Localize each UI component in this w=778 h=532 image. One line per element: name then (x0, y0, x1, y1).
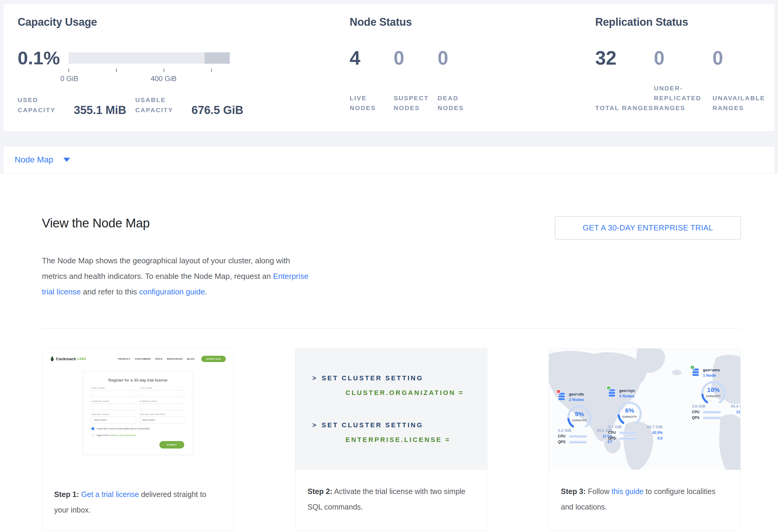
node-map-region-marker: ✓ geo=nyc 2 Nodes 6% CAPACITY 3.7 GiB 65… (608, 388, 665, 441)
region-qps-label: QPS (558, 440, 568, 444)
step3-card: 1 geo=sfo 2 Nodes 9% CAPACITY 3.2 GiB 35… (549, 348, 741, 531)
total-ranges-value: 32 (595, 47, 654, 69)
mini-input (140, 403, 184, 410)
region-status-badge: ✓ (690, 365, 695, 370)
usable-capacity-value: 676.5 GiB (191, 104, 243, 116)
node-map-view-dropdown[interactable]: Node Map (15, 155, 53, 165)
region-capacity-percent: 6% (616, 407, 643, 414)
node-map-description: The Node Map shows the geographical layo… (42, 253, 313, 300)
region-node-count: 1 Node (703, 373, 740, 378)
chevron-down-icon[interactable] (63, 158, 70, 162)
region-cpu-label: CPU (608, 431, 618, 435)
mini-input (91, 403, 136, 410)
region-cpu-value: 42.5% (652, 431, 663, 435)
cluster-overview-page: Capacity Usage 0.1% 0 GiB 400 GiB (0, 0, 778, 532)
cluster-summary-area: Capacity Usage 0.1% 0 GiB 400 GiB (0, 0, 778, 173)
region-capacity-label: CAPACITY (566, 419, 593, 422)
region-cpu-label: CPU (692, 410, 702, 414)
replication-status-section: Replication Status 32 TOTAL RANGES 0 UND… (595, 16, 771, 115)
region-cpu-value: 12.3% (736, 410, 740, 414)
sql-command-line: CLUSTER.ORGANIZATION = (312, 388, 478, 397)
capacity-axis-tick (164, 69, 164, 72)
region-capacity-gauge: 9% CAPACITY (566, 404, 593, 431)
region-capacity-percent: 10% (700, 386, 727, 393)
region-capacity-label: CAPACITY (700, 395, 727, 398)
step2-caption: Step 2: Activate the trial license with … (296, 470, 487, 515)
region-capacity-percent: 9% (566, 410, 593, 418)
capacity-axis-label: 400 GiB (151, 75, 177, 83)
region-status-badge: 1 (556, 389, 561, 394)
under-replicated-ranges-label: UNDER-REPLICATED RANGES (654, 82, 712, 113)
mini-checkbox-checked (91, 427, 94, 430)
region-status-badge: ✓ (606, 386, 611, 390)
dead-nodes-value: 0 (438, 47, 482, 69)
node-map-preview: 1 geo=sfo 2 Nodes 9% CAPACITY 3.2 GiB 35… (549, 349, 740, 470)
region-capacity-gauge: 6% CAPACITY (616, 400, 643, 428)
capacity-bar-other-segment (205, 52, 230, 64)
step2-card: >SET CLUSTER SETTINGCLUSTER.ORGANIZATION… (295, 348, 487, 531)
node-status-section: Node Status 4 LIVE NODES 0 SUSPECT NODES… (350, 16, 482, 115)
view-selector-bar: Node Map (3, 146, 775, 173)
unavailable-ranges-metric: 0 UNAVAILABLE RANGES (712, 47, 771, 113)
region-cpu-label: CPU (558, 434, 568, 438)
sql-command-line: >SET CLUSTER SETTING (312, 374, 478, 383)
live-nodes-label: LIVE NODES (350, 82, 394, 113)
unavailable-ranges-value: 0 (712, 47, 771, 69)
region-capacity-gauge: 10% CAPACITY (700, 379, 727, 407)
qps-sparkline (619, 436, 637, 441)
region-qps-label: QPS (608, 436, 618, 441)
capacity-axis-tick (116, 69, 116, 72)
usable-capacity-label: USABLE CAPACITY (135, 95, 183, 115)
region-locality-label: geo=nyc (619, 388, 665, 393)
mini-nav: PRODUCT CUSTOMERS DOCS RESOURCES BLOG DO… (118, 356, 226, 362)
step1-screenshot: Cockroach LABS PRODUCT CUSTOMERS DOCS RE… (42, 352, 234, 473)
capacity-usage-section: Capacity Usage 0.1% 0 GiB 400 GiB (18, 16, 232, 115)
section-divider (42, 328, 741, 328)
region-total-capacity: 65.7 GiB (647, 425, 663, 429)
cpu-sparkline (619, 431, 637, 435)
cockroach-bug-icon (50, 356, 55, 362)
capacity-axis-label: 0 GiB (60, 75, 78, 83)
region-node-count: 2 Nodes (619, 394, 665, 398)
live-nodes-metric: 4 LIVE NODES (350, 47, 394, 113)
mini-input (140, 390, 184, 397)
mini-submit-button: SUBMIT (159, 441, 184, 449)
live-nodes-value: 4 (350, 47, 394, 69)
capacity-axis-tick (211, 69, 212, 72)
step1-card: Cockroach LABS PRODUCT CUSTOMERS DOCS RE… (42, 348, 234, 531)
sql-command-line: >SET CLUSTER SETTING (312, 421, 478, 430)
capacity-usage-title: Capacity Usage (18, 16, 232, 28)
mini-select: Please Select (140, 416, 184, 424)
sql-command-line: ENTERPRISE.LICENSE = (312, 435, 478, 444)
inline-link[interactable]: Get a trial license (81, 490, 139, 499)
step1-caption: Step 1: Get a trial license delivered st… (42, 473, 234, 518)
dead-nodes-metric: 0 DEAD NODES (438, 47, 482, 113)
dead-nodes-label: DEAD NODES (438, 82, 482, 113)
region-qps-value: 4.7 (607, 440, 612, 444)
cluster-stats-panel: Capacity Usage 0.1% 0 GiB 400 GiB (3, 4, 775, 132)
total-ranges-label: TOTAL RANGES (595, 82, 654, 113)
cockroach-labs-logo: Cockroach LABS (50, 356, 86, 362)
qps-sparkline (569, 440, 587, 444)
mini-select: Please Select (91, 416, 136, 424)
sql-commands-block: >SET CLUSTER SETTINGCLUSTER.ORGANIZATION… (296, 349, 487, 470)
inline-link[interactable]: this guide (612, 487, 644, 496)
usable-capacity-metric: USABLE CAPACITY 676.5 GiB (135, 95, 243, 115)
enterprise-trial-button[interactable]: GET A 30-DAY ENTERPRISE TRIAL (555, 216, 741, 240)
region-qps-value: 0.0 (657, 436, 663, 441)
mini-download-button: DOWNLOAD (201, 356, 226, 362)
under-replicated-ranges-value: 0 (654, 47, 712, 69)
cpu-sparkline (569, 434, 587, 438)
page-title: View the Node Map (42, 216, 150, 230)
capacity-bar-track (69, 52, 230, 64)
suspect-nodes-label: SUSPECT NODES (394, 82, 438, 113)
capacity-axis-tick (69, 69, 69, 72)
inline-link[interactable]: configuration guide (139, 287, 205, 296)
mini-register-form: Register for a 30-day trial license FIRS… (83, 371, 193, 455)
suspect-nodes-metric: 0 SUSPECT NODES (394, 47, 438, 113)
capacity-bar: 0 GiB 400 GiB (69, 47, 230, 69)
node-map-region-marker: 1 geo=sfo 2 Nodes 9% CAPACITY 3.2 GiB 35… (558, 392, 615, 444)
used-capacity-label: USED CAPACITY (18, 95, 66, 115)
used-capacity-metric: USED CAPACITY 355.1 MiB (18, 95, 126, 115)
mini-license-link: Software License Agreement. (109, 434, 136, 436)
